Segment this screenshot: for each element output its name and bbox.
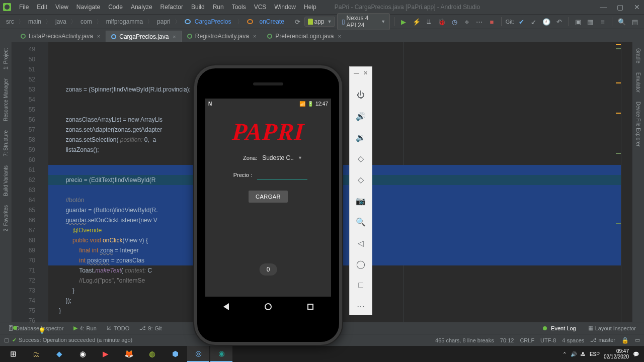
status-encoding[interactable]: UTF-8 <box>540 337 556 343</box>
close-icon[interactable]: × <box>253 33 256 39</box>
search-everywhere-icon[interactable]: 🔍 <box>618 17 626 26</box>
menu-build[interactable]: Build <box>187 4 209 11</box>
emu-volume-down-icon[interactable]: 🔉 <box>355 132 366 143</box>
tool-gradle[interactable]: Gradle <box>634 45 642 66</box>
attach-debugger-icon[interactable]: ⎆ <box>463 17 471 26</box>
task-android-studio[interactable]: ◎ <box>187 346 209 362</box>
tray-network-icon[interactable]: 🖧 <box>581 351 586 357</box>
tool-run[interactable]: ▶4:Run <box>69 325 100 331</box>
sdk-manager-icon[interactable]: ▦ <box>587 17 594 26</box>
close-button[interactable]: ✕ <box>630 3 638 11</box>
crumb-src[interactable]: src <box>4 18 16 25</box>
tab-cargaprecios[interactable]: CargaPrecios.java× <box>106 31 181 42</box>
tool-project[interactable]: 1: Project <box>2 45 10 72</box>
emu-close-button[interactable]: ✕ <box>363 70 368 76</box>
emu-home-icon[interactable]: ◯ <box>355 258 366 269</box>
menu-tools[interactable]: Tools <box>228 4 250 11</box>
menu-file[interactable]: File <box>15 4 33 11</box>
status-indent[interactable]: 4 spaces <box>562 337 584 343</box>
menu-view[interactable]: View <box>51 4 72 11</box>
menu-edit[interactable]: Edit <box>33 4 51 11</box>
start-button[interactable]: ⊞ <box>2 346 24 362</box>
tab-listaprecios[interactable]: ListaPreciosActivity.java× <box>15 30 106 42</box>
tool-resource-manager[interactable]: Resource Manager <box>2 75 10 124</box>
tool-layout-inspector[interactable]: ▦Layout Inspector <box>584 325 640 331</box>
tool-structure[interactable]: 7: Structure <box>2 127 10 159</box>
tool-emulator[interactable]: Emulator <box>634 69 642 96</box>
task-explorer[interactable]: 🗂 <box>25 346 47 362</box>
line-gutter[interactable]: 49 50 51 52 53 54 55 56 57 58 59 60 61 6… <box>12 42 48 322</box>
system-tray[interactable]: ⌃ 🔊 🖧 ESP 09:47 02/12/2020 💬 <box>562 348 642 359</box>
structure-icon[interactable]: ≡ <box>599 17 607 26</box>
precio-input[interactable] <box>257 170 307 179</box>
tool-device-explorer[interactable]: Device File Explorer <box>634 99 642 149</box>
task-android[interactable]: ◍ <box>141 346 163 362</box>
git-commit-icon[interactable]: ✔ <box>518 17 525 26</box>
crumb-main[interactable]: main <box>26 18 43 25</box>
nav-back-icon[interactable] <box>223 303 229 310</box>
sync-gradle-icon[interactable]: ⟳ <box>294 17 301 26</box>
tool-todo[interactable]: ☑TODO <box>103 325 134 331</box>
stop-button[interactable]: ■ <box>488 17 496 26</box>
menu-vcs[interactable]: VCS <box>250 4 271 11</box>
avd-manager-icon[interactable]: ▣ <box>575 17 582 26</box>
task-chrome[interactable]: ◉ <box>71 346 94 362</box>
more-run-icon[interactable]: ⋯ <box>476 17 484 26</box>
crumb-java[interactable]: java <box>53 18 68 25</box>
menu-help[interactable]: Help <box>300 4 320 11</box>
run-button[interactable]: ▶ <box>400 17 408 26</box>
memory-indicator[interactable]: ▭ <box>635 337 640 343</box>
tool-event-log[interactable]: Event Log <box>539 325 580 331</box>
crumb-class[interactable]: CargaPrecios <box>193 18 233 25</box>
menu-code[interactable]: Code <box>104 4 127 11</box>
profiler-button[interactable]: ◷ <box>451 17 458 26</box>
settings-icon[interactable]: ▤ <box>631 17 638 26</box>
emu-minimize-button[interactable]: — <box>354 70 359 76</box>
task-app3[interactable]: ⬢ <box>164 346 186 362</box>
tray-volume-icon[interactable]: 🔊 <box>571 351 577 357</box>
nav-home-icon[interactable] <box>265 303 272 310</box>
git-history-icon[interactable]: 🕘 <box>542 17 550 26</box>
run-config-selector[interactable]: app ▼ <box>304 17 335 27</box>
tray-notifications-icon[interactable]: 💬 <box>633 351 639 357</box>
breadcrumb[interactable]: src〉 main〉 java〉 com〉 mlfprogamma〉 papri… <box>4 18 288 26</box>
crumb-method[interactable]: onCreate <box>257 18 286 25</box>
emu-rotate-right-icon[interactable]: ◇ <box>355 174 366 185</box>
tool-git[interactable]: ⎇9:Git <box>135 325 166 331</box>
lock-icon[interactable]: 🔒 <box>621 337 629 344</box>
tab-registro[interactable]: RegistroActivity.java× <box>182 30 262 42</box>
device-selector[interactable]: ▯ Nexus 4 API 24 ▼ <box>337 13 390 30</box>
maximize-button[interactable]: ▢ <box>613 3 621 11</box>
emu-zoom-icon[interactable]: 🔍 <box>355 216 366 227</box>
emu-camera-icon[interactable]: 📷 <box>355 195 366 206</box>
emu-back-icon[interactable]: ◁ <box>355 237 366 248</box>
status-position[interactable]: 70:12 <box>500 337 514 343</box>
apply-code-icon[interactable]: ⇊ <box>426 17 433 26</box>
emu-overview-icon[interactable]: □ <box>355 280 366 291</box>
cargar-button[interactable]: CARGAR <box>249 191 288 203</box>
close-icon[interactable]: × <box>97 33 100 39</box>
git-update-icon[interactable]: ↙ <box>530 17 537 26</box>
git-revert-icon[interactable]: ↶ <box>555 17 563 26</box>
crumb-papri[interactable]: papri <box>155 18 173 25</box>
crumb-com[interactable]: com <box>78 18 94 25</box>
menu-run[interactable]: Run <box>209 4 228 11</box>
menu-analyze[interactable]: Analyze <box>127 4 156 11</box>
task-emulator[interactable]: ◉ <box>210 346 232 362</box>
tab-preferencia[interactable]: PreferenciaLogin.java× <box>262 30 347 42</box>
emu-rotate-left-icon[interactable]: ◇ <box>355 153 366 164</box>
tray-language[interactable]: ESP <box>590 351 600 357</box>
emu-power-icon[interactable]: ⏻ <box>355 89 366 101</box>
close-icon[interactable]: × <box>173 34 176 40</box>
apply-changes-icon[interactable]: ⚡ <box>413 17 421 26</box>
menu-refactor[interactable]: Refactor <box>156 4 187 11</box>
debug-button[interactable]: 🐞 <box>438 17 446 26</box>
menu-navigate[interactable]: Navigate <box>72 4 104 11</box>
emu-volume-up-icon[interactable]: 🔊 <box>355 111 366 122</box>
task-firefox[interactable]: 🦊 <box>118 346 140 362</box>
status-eol[interactable]: CRLF <box>520 337 534 343</box>
task-app2[interactable]: ▶ <box>95 346 117 362</box>
tray-clock[interactable]: 09:47 02/12/2020 <box>604 348 629 359</box>
intention-bulb-icon[interactable]: 💡 <box>38 326 46 336</box>
nav-recent-icon[interactable] <box>307 304 313 310</box>
